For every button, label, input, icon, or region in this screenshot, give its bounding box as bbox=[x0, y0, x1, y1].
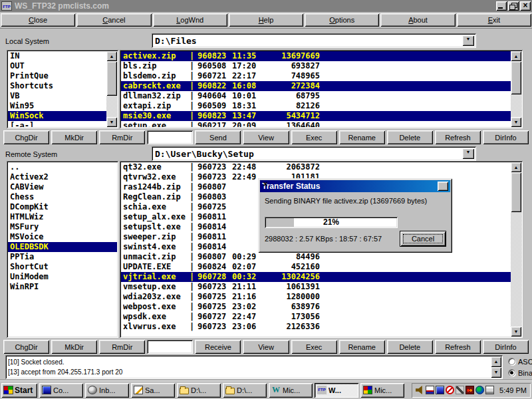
local-dir-item[interactable]: Win95 bbox=[8, 101, 106, 111]
local-file-row[interactable]: dllman32.zip|94060410:0168795 bbox=[121, 91, 511, 101]
local-file-row[interactable]: extapi.zip|96050918:3182126 bbox=[121, 101, 511, 111]
scrollbar-thumb[interactable] bbox=[511, 61, 521, 94]
local-dir-item[interactable]: PrintQue bbox=[8, 71, 106, 81]
local-command-button[interactable]: RmDir bbox=[99, 130, 145, 144]
radio-icon[interactable] bbox=[508, 358, 515, 365]
local-file-row[interactable]: bls.zip|96050817:20693827 bbox=[121, 61, 511, 71]
scroll-up-icon[interactable] bbox=[106, 51, 117, 61]
scrollbar-thumb[interactable] bbox=[106, 61, 117, 96]
radio-icon[interactable] bbox=[508, 369, 515, 376]
local-path-combobox[interactable]: D:\Files bbox=[152, 33, 476, 48]
local-file-scrollbar[interactable] bbox=[511, 51, 521, 127]
toolbar-button[interactable]: Options bbox=[305, 13, 379, 27]
remote-command-button[interactable]: Rename bbox=[339, 340, 385, 354]
remote-command-button[interactable]: MkDir bbox=[51, 340, 97, 354]
remote-file-row[interactable]: unmacit.zip|96080700:2984496 bbox=[121, 252, 511, 262]
local-dir-item[interactable]: IN bbox=[8, 51, 106, 61]
antenna-icon[interactable] bbox=[456, 386, 464, 394]
remote-file-row[interactable]: wpsdk.exe|96072722:47173056 bbox=[121, 312, 511, 322]
taskbar-window-button[interactable]: Sa... bbox=[131, 383, 175, 398]
remote-file-row[interactable]: webpost.exe|96072523:02638976 bbox=[121, 302, 511, 312]
scroll-down-icon[interactable] bbox=[106, 117, 117, 127]
scroll-up-icon[interactable] bbox=[511, 162, 521, 172]
remote-dir-item[interactable]: MSVoice bbox=[8, 232, 117, 242]
local-dir-scrollbar[interactable] bbox=[106, 51, 117, 127]
scroll-up-icon[interactable] bbox=[511, 51, 521, 61]
cancel-transfer-button[interactable]: Cancel bbox=[400, 231, 446, 246]
log-scrollbar[interactable] bbox=[491, 356, 501, 378]
remote-command-button[interactable]: Refresh bbox=[435, 340, 481, 354]
modem-icon[interactable] bbox=[466, 386, 474, 394]
remote-file-row[interactable]: qt32.exe|96072322:482063872 bbox=[121, 162, 511, 172]
toolbar-button[interactable]: About bbox=[380, 13, 455, 27]
toolbar-button[interactable]: Cancel bbox=[76, 13, 151, 27]
taskbar-window-button[interactable]: D:\... bbox=[223, 383, 267, 398]
remote-dir-item[interactable]: ShortCut bbox=[8, 262, 117, 272]
local-dir-item[interactable]: VB bbox=[8, 91, 106, 101]
toolbar-button[interactable]: Help bbox=[229, 13, 303, 27]
remote-dir-item[interactable]: .. bbox=[8, 162, 117, 172]
remote-dir-item[interactable]: UniModem bbox=[8, 272, 117, 282]
scroll-down-icon[interactable] bbox=[491, 367, 501, 378]
remote-dir-item[interactable]: OLEDBSDK bbox=[8, 242, 117, 252]
minimize-button[interactable] bbox=[496, 1, 507, 11]
remote-path-dropdown-icon[interactable] bbox=[462, 148, 474, 159]
toolbar-button[interactable]: Exit bbox=[457, 13, 531, 27]
local-file-row[interactable]: msie30.exe|96082313:475434712 bbox=[121, 111, 511, 121]
local-dir-item[interactable]: Shortcuts bbox=[8, 81, 106, 91]
no-entry-icon[interactable] bbox=[446, 386, 454, 394]
local-file-row[interactable]: blsdemo.zip|96072122:17748965 bbox=[121, 71, 511, 81]
remote-dir-item[interactable]: PPTia bbox=[8, 252, 117, 262]
local-command-button[interactable]: Exec bbox=[291, 130, 337, 144]
remote-dir-item[interactable]: Activex2 bbox=[8, 172, 117, 182]
local-command-button[interactable]: Rename bbox=[339, 130, 385, 144]
local-file-row[interactable]: cabrsckt.exe|96082216:08272384 bbox=[121, 81, 511, 91]
remote-command-button[interactable]: RmDir bbox=[99, 340, 145, 354]
local-file-row[interactable]: setup.exe|96021720:091364640 bbox=[121, 121, 511, 127]
local-command-button[interactable]: Send bbox=[195, 130, 241, 144]
remote-command-button[interactable]: Receive bbox=[195, 340, 241, 354]
local-file-row[interactable]: activex.zip|96082311:3513697669 bbox=[121, 51, 511, 61]
scroll-down-icon[interactable] bbox=[511, 117, 521, 127]
local-dir-item[interactable]: [-a-] bbox=[8, 121, 106, 127]
dialog-close-icon[interactable] bbox=[438, 182, 448, 191]
remote-dir-item[interactable]: Chess bbox=[8, 192, 117, 202]
remote-command-button[interactable]: Exec bbox=[291, 340, 337, 354]
local-dir-item[interactable]: OUT bbox=[8, 61, 106, 71]
local-path-dropdown-icon[interactable] bbox=[462, 35, 474, 46]
scroll-down-icon[interactable] bbox=[511, 327, 521, 336]
remote-dir-item[interactable]: WinRPI bbox=[8, 282, 117, 292]
remote-file-row[interactable]: vmsetup.exe|96072321:111061391 bbox=[121, 282, 511, 292]
taskbar-window-button[interactable]: Mic... bbox=[269, 383, 313, 398]
local-command-button[interactable]: DirInfo bbox=[483, 130, 529, 144]
restore-button[interactable] bbox=[508, 1, 519, 11]
local-filename-input[interactable] bbox=[147, 130, 193, 144]
local-command-button[interactable]: View bbox=[243, 130, 289, 144]
local-command-button[interactable]: Delete bbox=[387, 130, 433, 144]
remote-file-row[interactable]: wdia203z.exe|96072521:161280000 bbox=[121, 292, 511, 302]
local-command-button[interactable]: ChgDir bbox=[3, 130, 49, 144]
log-output[interactable]: [10] Socket closed.[13] accept from 204.… bbox=[5, 355, 503, 379]
remote-file-row[interactable]: UPDATE.EXE|96082402:07452160 bbox=[121, 262, 511, 272]
local-dir-list[interactable]: INOUTPrintQueShortcutsVBWin95WinSock[-a-… bbox=[7, 50, 118, 128]
remote-command-button[interactable]: ChgDir bbox=[3, 340, 49, 354]
toolbar-button[interactable]: LogWnd bbox=[153, 13, 227, 27]
scrollbar-thumb[interactable] bbox=[511, 172, 521, 212]
remote-dir-item[interactable]: CABView bbox=[8, 182, 117, 192]
local-command-button[interactable]: MkDir bbox=[51, 130, 97, 144]
remote-dir-item[interactable]: MSFury bbox=[8, 222, 117, 232]
display-icon[interactable] bbox=[436, 386, 444, 394]
schedule-icon[interactable] bbox=[426, 386, 434, 394]
remote-path-combobox[interactable]: D:\User\Bucky\Setup bbox=[152, 146, 476, 161]
local-command-button[interactable]: Refresh bbox=[435, 130, 481, 144]
close-window-button[interactable] bbox=[520, 1, 531, 11]
remote-dir-list[interactable]: ..Activex2CABViewChessDCompKitHTMLWizMSF… bbox=[7, 161, 118, 338]
remote-command-button[interactable]: Delete bbox=[387, 340, 433, 354]
volume-icon[interactable] bbox=[416, 386, 424, 394]
remote-filename-input[interactable] bbox=[147, 340, 193, 354]
scroll-up-icon[interactable] bbox=[491, 356, 501, 367]
remote-command-button[interactable]: DirInfo bbox=[483, 340, 529, 354]
remote-file-row[interactable]: xlvwrus.exe|96072323:062126336 bbox=[121, 322, 511, 332]
taskbar-window-button[interactable]: Mic... bbox=[360, 383, 404, 398]
local-dir-item[interactable]: WinSock bbox=[8, 111, 106, 121]
